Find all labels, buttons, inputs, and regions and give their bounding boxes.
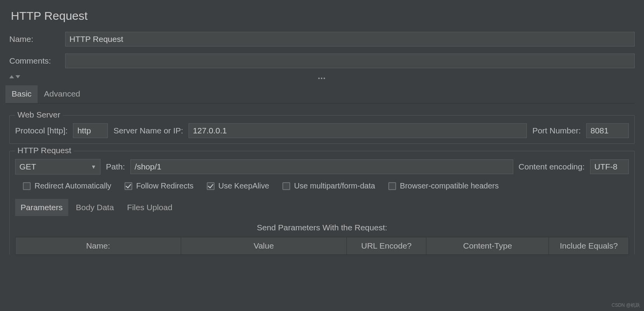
grip-icon: ••• — [318, 75, 326, 81]
name-label: Name: — [9, 35, 59, 44]
http-request-legend: HTTP Request — [15, 146, 74, 155]
page-title: HTTP Request — [11, 9, 635, 22]
comments-label: Comments: — [9, 56, 59, 66]
checkbox-icon — [23, 182, 31, 190]
watermark: CSDN @机跃 — [611, 302, 640, 309]
http-request-group: HTTP Request GET ▼ Path: Content encodin… — [9, 151, 635, 255]
protocol-input[interactable] — [73, 123, 108, 138]
follow-redirects-check[interactable]: Follow Redirects — [125, 181, 194, 190]
col-content-type[interactable]: Content-Type — [426, 237, 549, 255]
col-name[interactable]: Name: — [16, 237, 181, 255]
path-input[interactable] — [130, 159, 513, 174]
redirect-auto-label: Redirect Automatically — [35, 181, 111, 190]
follow-redirects-label: Follow Redirects — [136, 181, 194, 190]
path-label: Path: — [106, 162, 125, 171]
checkbox-icon — [388, 182, 396, 190]
col-include-equals[interactable]: Include Equals? — [549, 237, 629, 255]
panel-splitter[interactable]: ••• — [9, 75, 635, 81]
checkbox-checked-icon — [207, 182, 215, 190]
col-url-encode[interactable]: URL Encode? — [346, 237, 426, 255]
method-select[interactable]: GET ▼ — [15, 159, 100, 175]
browser-headers-check[interactable]: Browser-compatible headers — [388, 181, 499, 190]
name-input[interactable] — [65, 32, 635, 47]
port-label: Port Number: — [532, 126, 581, 135]
protocol-label: Protocol [http]: — [15, 126, 68, 135]
tab-parameters[interactable]: Parameters — [15, 199, 68, 216]
encoding-input[interactable] — [590, 159, 629, 174]
params-table[interactable]: Name: Value URL Encode? Content-Type Inc… — [15, 237, 629, 255]
col-value[interactable]: Value — [181, 237, 346, 255]
multipart-label: Use multipart/form-data — [294, 181, 375, 190]
checkbox-checked-icon — [125, 182, 132, 190]
web-server-legend: Web Server — [15, 110, 63, 119]
tab-advanced[interactable]: Advanced — [38, 85, 86, 103]
sub-tabs: Parameters Body Data Files Upload — [15, 199, 629, 216]
main-tabs: Basic Advanced — [5, 85, 635, 104]
tab-basic[interactable]: Basic — [5, 85, 38, 103]
tab-files-upload[interactable]: Files Upload — [122, 199, 178, 216]
web-server-group: Web Server Protocol [http]: Server Name … — [9, 115, 635, 144]
collapse-up-icon[interactable] — [9, 75, 14, 78]
multipart-check[interactable]: Use multipart/form-data — [282, 181, 375, 190]
server-name-label: Server Name or IP: — [113, 126, 183, 135]
method-value: GET — [19, 162, 36, 171]
server-name-input[interactable] — [189, 123, 527, 138]
redirect-auto-check[interactable]: Redirect Automatically — [23, 181, 111, 190]
comments-input[interactable] — [65, 54, 635, 68]
keepalive-label: Use KeepAlive — [218, 181, 269, 190]
checkbox-icon — [282, 182, 290, 190]
port-input[interactable] — [586, 123, 629, 138]
chevron-down-icon: ▼ — [91, 164, 96, 170]
encoding-label: Content encoding: — [519, 162, 585, 171]
collapse-down-icon[interactable] — [16, 75, 20, 78]
browser-headers-label: Browser-compatible headers — [400, 181, 499, 190]
keepalive-check[interactable]: Use KeepAlive — [207, 181, 269, 190]
tab-body-data[interactable]: Body Data — [71, 199, 119, 216]
params-title: Send Parameters With the Request: — [15, 223, 629, 232]
